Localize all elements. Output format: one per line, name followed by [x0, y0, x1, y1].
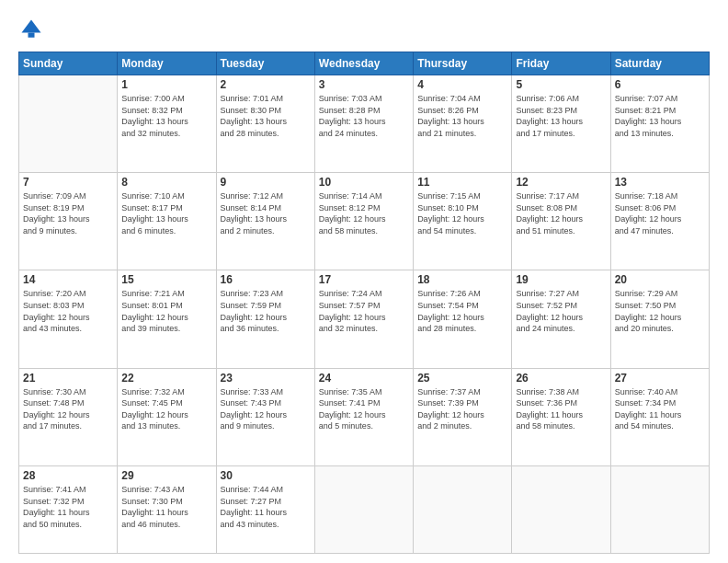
calendar-cell: 6Sunrise: 7:07 AM Sunset: 8:21 PM Daylig…: [610, 75, 709, 173]
calendar-cell: 22Sunrise: 7:32 AM Sunset: 7:45 PM Dayli…: [118, 368, 216, 465]
calendar-cell: [610, 465, 709, 553]
cell-content: Sunrise: 7:23 AM Sunset: 7:59 PM Dayligh…: [221, 288, 311, 334]
day-number: 19: [516, 273, 606, 286]
calendar-cell: 27Sunrise: 7:40 AM Sunset: 7:34 PM Dayli…: [610, 368, 709, 465]
calendar-cell: 2Sunrise: 7:01 AM Sunset: 8:30 PM Daylig…: [216, 75, 314, 173]
day-number: 24: [319, 372, 409, 385]
calendar-cell: 1Sunrise: 7:00 AM Sunset: 8:32 PM Daylig…: [118, 75, 216, 173]
day-number: 3: [319, 78, 409, 91]
page: SundayMondayTuesdayWednesdayThursdayFrid…: [0, 0, 728, 563]
header-day-monday: Monday: [118, 52, 216, 75]
cell-content: Sunrise: 7:37 AM Sunset: 7:39 PM Dayligh…: [417, 386, 507, 432]
cell-content: Sunrise: 7:07 AM Sunset: 8:21 PM Dayligh…: [615, 93, 705, 139]
logo: [18, 17, 48, 42]
day-number: 7: [23, 176, 113, 189]
calendar-cell: [19, 75, 118, 173]
calendar-cell: 19Sunrise: 7:27 AM Sunset: 7:52 PM Dayli…: [512, 270, 610, 368]
day-number: 28: [23, 469, 113, 482]
day-number: 8: [121, 176, 211, 189]
calendar-cell: 26Sunrise: 7:38 AM Sunset: 7:36 PM Dayli…: [512, 368, 610, 465]
header-day-friday: Friday: [512, 52, 610, 75]
cell-content: Sunrise: 7:35 AM Sunset: 7:41 PM Dayligh…: [319, 386, 409, 432]
day-number: 25: [417, 372, 507, 385]
calendar-cell: 14Sunrise: 7:20 AM Sunset: 8:03 PM Dayli…: [19, 270, 118, 368]
day-number: 18: [417, 273, 507, 286]
cell-content: Sunrise: 7:20 AM Sunset: 8:03 PM Dayligh…: [23, 288, 113, 334]
cell-content: Sunrise: 7:09 AM Sunset: 8:19 PM Dayligh…: [23, 190, 113, 236]
header: [18, 17, 710, 42]
week-row-2: 14Sunrise: 7:20 AM Sunset: 8:03 PM Dayli…: [19, 270, 710, 368]
calendar-table: SundayMondayTuesdayWednesdayThursdayFrid…: [18, 52, 710, 554]
calendar-cell: 21Sunrise: 7:30 AM Sunset: 7:48 PM Dayli…: [19, 368, 118, 465]
calendar-cell: [512, 465, 610, 553]
day-number: 14: [23, 273, 113, 286]
cell-content: Sunrise: 7:03 AM Sunset: 8:28 PM Dayligh…: [319, 93, 409, 139]
calendar-cell: 20Sunrise: 7:29 AM Sunset: 7:50 PM Dayli…: [610, 270, 709, 368]
day-number: 13: [615, 176, 705, 189]
day-number: 29: [121, 469, 211, 482]
cell-content: Sunrise: 7:06 AM Sunset: 8:23 PM Dayligh…: [516, 93, 606, 139]
week-row-0: 1Sunrise: 7:00 AM Sunset: 8:32 PM Daylig…: [19, 75, 710, 173]
day-number: 2: [221, 78, 311, 91]
cell-content: Sunrise: 7:30 AM Sunset: 7:48 PM Dayligh…: [23, 386, 113, 432]
calendar-cell: 17Sunrise: 7:24 AM Sunset: 7:57 PM Dayli…: [314, 270, 413, 368]
header-day-wednesday: Wednesday: [314, 52, 413, 75]
cell-content: Sunrise: 7:29 AM Sunset: 7:50 PM Dayligh…: [615, 288, 705, 334]
day-number: 9: [221, 176, 311, 189]
day-number: 23: [221, 372, 311, 385]
day-number: 20: [615, 273, 705, 286]
cell-content: Sunrise: 7:12 AM Sunset: 8:14 PM Dayligh…: [221, 190, 311, 236]
cell-content: Sunrise: 7:33 AM Sunset: 7:43 PM Dayligh…: [221, 386, 311, 432]
calendar-cell: 15Sunrise: 7:21 AM Sunset: 8:01 PM Dayli…: [118, 270, 216, 368]
cell-content: Sunrise: 7:27 AM Sunset: 7:52 PM Dayligh…: [516, 288, 606, 334]
cell-content: Sunrise: 7:38 AM Sunset: 7:36 PM Dayligh…: [516, 386, 606, 432]
header-day-saturday: Saturday: [610, 52, 709, 75]
cell-content: Sunrise: 7:15 AM Sunset: 8:10 PM Dayligh…: [417, 190, 507, 236]
cell-content: Sunrise: 7:10 AM Sunset: 8:17 PM Dayligh…: [121, 190, 211, 236]
day-number: 5: [516, 78, 606, 91]
day-number: 22: [121, 372, 211, 385]
cell-content: Sunrise: 7:26 AM Sunset: 7:54 PM Dayligh…: [417, 288, 507, 334]
cell-content: Sunrise: 7:04 AM Sunset: 8:26 PM Dayligh…: [417, 93, 507, 139]
calendar-header-row: SundayMondayTuesdayWednesdayThursdayFrid…: [19, 52, 710, 75]
calendar-cell: 5Sunrise: 7:06 AM Sunset: 8:23 PM Daylig…: [512, 75, 610, 173]
cell-content: Sunrise: 7:44 AM Sunset: 7:27 PM Dayligh…: [221, 484, 311, 530]
calendar-cell: 29Sunrise: 7:43 AM Sunset: 7:30 PM Dayli…: [118, 465, 216, 553]
week-row-1: 7Sunrise: 7:09 AM Sunset: 8:19 PM Daylig…: [19, 173, 710, 270]
week-row-3: 21Sunrise: 7:30 AM Sunset: 7:48 PM Dayli…: [19, 368, 710, 465]
day-number: 1: [121, 78, 211, 91]
calendar-cell: 24Sunrise: 7:35 AM Sunset: 7:41 PM Dayli…: [314, 368, 413, 465]
day-number: 11: [417, 176, 507, 189]
cell-content: Sunrise: 7:14 AM Sunset: 8:12 PM Dayligh…: [319, 190, 409, 236]
week-row-4: 28Sunrise: 7:41 AM Sunset: 7:32 PM Dayli…: [19, 465, 710, 553]
calendar-cell: [414, 465, 512, 553]
logo-icon: [18, 17, 44, 42]
day-number: 6: [615, 78, 705, 91]
cell-content: Sunrise: 7:18 AM Sunset: 8:06 PM Dayligh…: [615, 190, 705, 236]
day-number: 21: [23, 372, 113, 385]
header-day-thursday: Thursday: [414, 52, 512, 75]
cell-content: Sunrise: 7:21 AM Sunset: 8:01 PM Dayligh…: [121, 288, 211, 334]
calendar-cell: 23Sunrise: 7:33 AM Sunset: 7:43 PM Dayli…: [216, 368, 314, 465]
svg-marker-0: [22, 20, 41, 33]
day-number: 10: [319, 176, 409, 189]
calendar-cell: 8Sunrise: 7:10 AM Sunset: 8:17 PM Daylig…: [118, 173, 216, 270]
cell-content: Sunrise: 7:40 AM Sunset: 7:34 PM Dayligh…: [615, 386, 705, 432]
calendar-cell: 25Sunrise: 7:37 AM Sunset: 7:39 PM Dayli…: [414, 368, 512, 465]
header-day-tuesday: Tuesday: [216, 52, 314, 75]
day-number: 30: [221, 469, 311, 482]
calendar-cell: 4Sunrise: 7:04 AM Sunset: 8:26 PM Daylig…: [414, 75, 512, 173]
cell-content: Sunrise: 7:01 AM Sunset: 8:30 PM Dayligh…: [221, 93, 311, 139]
day-number: 17: [319, 273, 409, 286]
day-number: 15: [121, 273, 211, 286]
cell-content: Sunrise: 7:24 AM Sunset: 7:57 PM Dayligh…: [319, 288, 409, 334]
cell-content: Sunrise: 7:43 AM Sunset: 7:30 PM Dayligh…: [121, 484, 211, 530]
svg-rect-1: [28, 33, 35, 38]
calendar-cell: 3Sunrise: 7:03 AM Sunset: 8:28 PM Daylig…: [314, 75, 413, 173]
day-number: 4: [417, 78, 507, 91]
calendar-cell: 7Sunrise: 7:09 AM Sunset: 8:19 PM Daylig…: [19, 173, 118, 270]
day-number: 27: [615, 372, 705, 385]
cell-content: Sunrise: 7:00 AM Sunset: 8:32 PM Dayligh…: [121, 93, 211, 139]
calendar-cell: 11Sunrise: 7:15 AM Sunset: 8:10 PM Dayli…: [414, 173, 512, 270]
calendar-cell: 16Sunrise: 7:23 AM Sunset: 7:59 PM Dayli…: [216, 270, 314, 368]
